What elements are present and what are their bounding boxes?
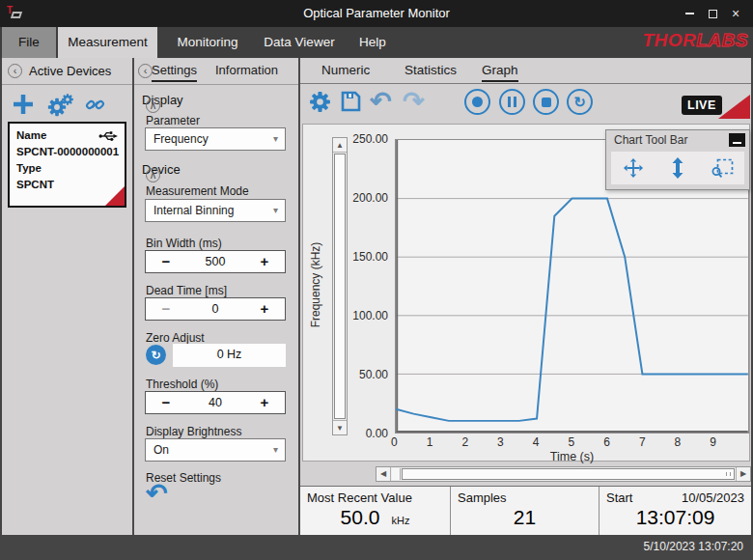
thorlabs-logo: THORLABS [642, 30, 748, 51]
vertical-scrollbar[interactable]: ▲ ▼ [332, 137, 348, 435]
chart-tool-bar-minimize-button[interactable] [729, 133, 745, 147]
measurement-mode-label: Measurement Mode [146, 184, 249, 198]
scroll-right-arrow[interactable]: ▶ [736, 467, 750, 481]
horizontal-scroll-thumb[interactable] [402, 468, 735, 480]
threshold-decrement-button[interactable]: − [146, 392, 186, 413]
dead-time-increment-button[interactable]: + [244, 298, 285, 320]
menu-monitoring[interactable]: Monitoring [166, 27, 249, 58]
floppy-disk-icon [339, 90, 362, 113]
pan-tool-button[interactable] [617, 157, 650, 179]
status-bar: 5/10/2023 13:07:20 [0, 535, 753, 560]
redo-button[interactable]: ↷ [403, 85, 425, 118]
zero-adjust-button[interactable]: ↻ [146, 345, 166, 365]
scroll-grip [726, 472, 731, 476]
menu-measurement[interactable]: Measurement [58, 27, 157, 58]
active-devices-panel: ‹ Active Devices [2, 58, 132, 535]
menu-data-viewer[interactable]: Data Viewer [255, 27, 344, 58]
device-status-triangle [105, 186, 125, 206]
measurement-summary-bar: Most Recent Value 50.0 kHz Samples 21 St… [300, 486, 751, 535]
scroll-down-arrow[interactable]: ▼ [333, 420, 347, 434]
move-icon [623, 157, 644, 179]
chevron-down-icon: ▾ [273, 439, 278, 461]
tab-statistics[interactable]: Statistics [404, 63, 457, 80]
maximize-button[interactable] [701, 3, 724, 24]
most-recent-value: 50.0 [341, 506, 380, 529]
menu-help[interactable]: Help [349, 27, 396, 58]
plus-icon [12, 93, 35, 116]
tab-settings[interactable]: Settings [152, 63, 197, 82]
window-title: Optical Parameter Monitor [0, 0, 753, 27]
display-brightness-label: Display Brightness [146, 425, 241, 438]
add-device-button[interactable] [12, 93, 35, 120]
live-badge: LIVE [682, 96, 722, 115]
bin-width-label: Bin Width (ms) [146, 237, 222, 250]
zoom-selection-tool-button[interactable] [706, 158, 739, 179]
vertical-scale-tool-button[interactable] [661, 157, 694, 179]
view-tabs: Numeric Statistics Graph [300, 58, 751, 84]
display-brightness-dropdown[interactable]: On ▾ [145, 438, 286, 462]
title-bar: T Optical Parameter Monitor × [0, 0, 753, 27]
device-type-value: SPCNT [16, 177, 118, 193]
zero-adjust-field[interactable]: 0 Hz [173, 344, 286, 367]
connect-device-button[interactable] [85, 95, 105, 119]
device-settings-button[interactable] [46, 93, 75, 118]
reset-settings-button[interactable]: ↶ [146, 481, 168, 507]
chart-settings-button[interactable] [308, 90, 332, 118]
y-axis-ticks: 0.0050.00100.00150.00200.00250.00 [348, 139, 392, 434]
device-name-label: Name [16, 127, 46, 144]
parameter-dropdown[interactable]: Frequency ▾ [145, 127, 286, 151]
collapse-panel-button[interactable]: ‹ [138, 64, 153, 78]
zero-adjust-label: Zero Adjust [146, 331, 205, 345]
status-datetime: 5/10/2023 13:07:20 [644, 540, 743, 553]
active-devices-header: ‹ Active Devices [2, 58, 132, 85]
chart-tool-bar: Chart Tool Bar [605, 129, 750, 190]
pause-icon [508, 97, 516, 107]
bin-width-value[interactable]: 500 [186, 251, 244, 272]
display-section-header: ∧ Display [142, 93, 183, 107]
collapse-section-button[interactable]: ∧ [146, 98, 160, 113]
undo-button[interactable]: ↶ [370, 85, 392, 118]
tab-graph[interactable]: Graph [482, 63, 518, 82]
threshold-stepper: − 40 + [145, 391, 286, 414]
pause-button[interactable] [499, 89, 525, 115]
most-recent-value-cell: Most Recent Value 50.0 kHz [300, 487, 450, 535]
active-devices-title: Active Devices [29, 64, 111, 78]
chart-tool-bar-title: Chart Tool Bar [614, 133, 687, 147]
stop-icon [542, 98, 551, 107]
measurement-mode-dropdown[interactable]: Internal Binning ▾ [145, 199, 286, 222]
bin-width-decrement-button[interactable]: − [146, 251, 186, 272]
samples-cell: Samples 21 [450, 487, 599, 535]
dead-time-label: Dead Time [ms] [146, 284, 227, 297]
horizontal-scrollbar[interactable]: ◀ ▶ [376, 466, 751, 482]
usb-icon [98, 129, 118, 143]
tab-information[interactable]: Information [215, 63, 278, 80]
device-card[interactable]: Name SPCNT-0000000001 Type [8, 122, 126, 208]
bin-width-increment-button[interactable]: + [244, 251, 285, 272]
collapse-panel-button[interactable]: ‹ [8, 64, 22, 78]
save-button[interactable] [339, 90, 362, 117]
chevron-down-icon: ▾ [273, 200, 278, 221]
gear-icon [61, 93, 74, 106]
samples-value: 21 [514, 506, 536, 529]
minimize-button[interactable] [678, 3, 701, 24]
threshold-value[interactable]: 40 [186, 392, 244, 413]
stop-button[interactable] [533, 89, 559, 115]
collapse-section-button[interactable]: ∧ [146, 168, 160, 182]
dead-time-value[interactable]: 0 [186, 298, 244, 320]
continuous-loop-button[interactable]: ↻ [567, 89, 593, 115]
vertical-scroll-thumb[interactable] [334, 154, 346, 419]
loop-icon: ↻ [573, 95, 586, 109]
chevron-down-icon: ▾ [273, 128, 278, 150]
minimize-icon [685, 13, 694, 14]
corner-triangle [718, 95, 750, 119]
app-window: T Optical Parameter Monitor × File Measu… [0, 0, 753, 560]
dead-time-decrement-button[interactable]: − [146, 298, 186, 320]
menu-file[interactable]: File [2, 27, 56, 58]
threshold-increment-button[interactable]: + [244, 392, 285, 413]
close-button[interactable]: × [724, 3, 747, 24]
device-section-header: ∧ Device [142, 162, 181, 177]
scroll-left-arrow[interactable]: ◀ [376, 467, 391, 481]
record-button[interactable] [464, 89, 490, 115]
tab-numeric[interactable]: Numeric [321, 63, 370, 80]
scroll-up-arrow[interactable]: ▲ [333, 138, 347, 153]
